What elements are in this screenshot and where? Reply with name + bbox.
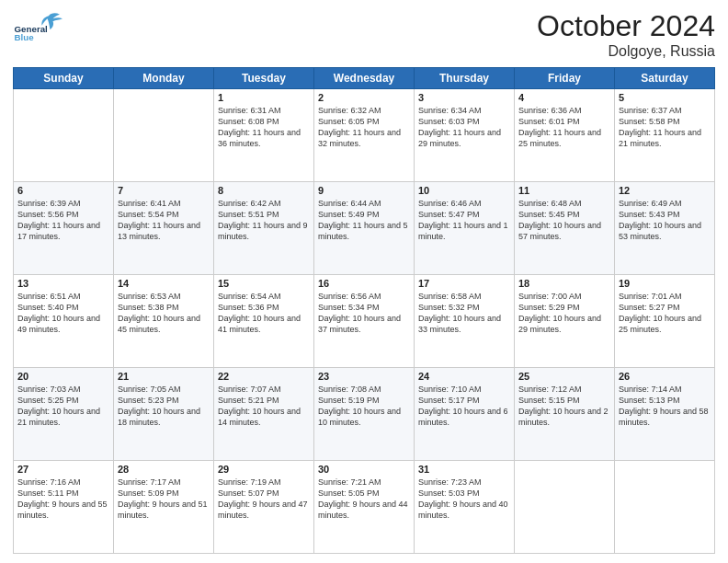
cell-info: Sunrise: 6:42 AMSunset: 5:51 PMDaylight:… [218,198,310,243]
day-number: 15 [218,278,310,289]
calendar-cell: 16Sunrise: 6:56 AMSunset: 5:34 PMDayligh… [314,275,415,368]
cell-info: Sunrise: 7:05 AMSunset: 5:23 PMDaylight:… [118,384,210,429]
day-number: 6 [17,185,109,196]
day-number: 4 [518,92,610,103]
day-number: 19 [619,278,711,289]
calendar-cell: 30Sunrise: 7:21 AMSunset: 5:05 PMDayligh… [314,461,415,554]
cell-info: Sunrise: 6:34 AMSunset: 6:03 PMDaylight:… [418,105,510,150]
cell-info: Sunrise: 7:10 AMSunset: 5:17 PMDaylight:… [418,384,510,429]
cell-info: Sunrise: 7:08 AMSunset: 5:19 PMDaylight:… [318,384,410,429]
day-number: 23 [318,371,410,382]
svg-text:Blue: Blue [15,32,35,42]
day-number: 10 [418,185,510,196]
calendar-cell [14,89,114,182]
cell-info: Sunrise: 7:07 AMSunset: 5:21 PMDaylight:… [218,384,310,429]
cell-info: Sunrise: 6:31 AMSunset: 6:08 PMDaylight:… [218,105,310,150]
day-number: 30 [318,464,410,475]
cell-info: Sunrise: 6:48 AMSunset: 5:45 PMDaylight:… [518,198,610,243]
cell-info: Sunrise: 6:49 AMSunset: 5:43 PMDaylight:… [619,198,711,243]
calendar-cell: 23Sunrise: 7:08 AMSunset: 5:19 PMDayligh… [314,368,415,461]
calendar-cell: 12Sunrise: 6:49 AMSunset: 5:43 PMDayligh… [615,182,715,275]
calendar-cell: 10Sunrise: 6:46 AMSunset: 5:47 PMDayligh… [415,182,515,275]
calendar-cell: 2Sunrise: 6:32 AMSunset: 6:05 PMDaylight… [314,89,415,182]
calendar-cell: 15Sunrise: 6:54 AMSunset: 5:36 PMDayligh… [214,275,314,368]
day-header-wednesday: Wednesday [314,68,415,89]
day-number: 8 [218,185,310,196]
cell-info: Sunrise: 6:56 AMSunset: 5:34 PMDaylight:… [318,291,410,336]
calendar-cell [114,89,214,182]
cell-info: Sunrise: 7:01 AMSunset: 5:27 PMDaylight:… [619,291,711,336]
day-number: 12 [619,185,711,196]
day-number: 13 [17,278,109,289]
calendar-cell: 1Sunrise: 6:31 AMSunset: 6:08 PMDaylight… [214,89,314,182]
cell-info: Sunrise: 6:32 AMSunset: 6:05 PMDaylight:… [318,105,410,150]
day-number: 25 [518,371,610,382]
day-header-monday: Monday [114,68,214,89]
cell-info: Sunrise: 6:53 AMSunset: 5:38 PMDaylight:… [118,291,210,336]
calendar-cell: 4Sunrise: 6:36 AMSunset: 6:01 PMDaylight… [515,89,615,182]
cell-info: Sunrise: 6:44 AMSunset: 5:49 PMDaylight:… [318,198,410,243]
day-number: 9 [318,185,410,196]
day-number: 20 [17,371,109,382]
day-number: 5 [619,92,711,103]
calendar-cell: 25Sunrise: 7:12 AMSunset: 5:15 PMDayligh… [515,368,615,461]
day-number: 24 [418,371,510,382]
cell-info: Sunrise: 7:23 AMSunset: 5:03 PMDaylight:… [418,477,510,522]
cell-info: Sunrise: 6:39 AMSunset: 5:56 PMDaylight:… [17,198,109,243]
day-number: 26 [619,371,711,382]
location: Dolgoye, Russia [537,43,715,60]
day-number: 14 [118,278,210,289]
day-number: 3 [418,92,510,103]
day-number: 7 [118,185,210,196]
day-header-friday: Friday [515,68,615,89]
cell-info: Sunrise: 6:58 AMSunset: 5:32 PMDaylight:… [418,291,510,336]
calendar-cell: 13Sunrise: 6:51 AMSunset: 5:40 PMDayligh… [14,275,114,368]
cell-info: Sunrise: 6:51 AMSunset: 5:40 PMDaylight:… [17,291,109,336]
calendar-cell: 24Sunrise: 7:10 AMSunset: 5:17 PMDayligh… [415,368,515,461]
calendar-cell: 7Sunrise: 6:41 AMSunset: 5:54 PMDaylight… [114,182,214,275]
calendar-cell: 6Sunrise: 6:39 AMSunset: 5:56 PMDaylight… [14,182,114,275]
day-header-sunday: Sunday [14,68,114,89]
logo: General Blue [13,9,68,42]
cell-info: Sunrise: 6:41 AMSunset: 5:54 PMDaylight:… [118,198,210,243]
calendar-cell: 26Sunrise: 7:14 AMSunset: 5:13 PMDayligh… [615,368,715,461]
cell-info: Sunrise: 6:37 AMSunset: 5:58 PMDaylight:… [619,105,711,150]
calendar-cell: 28Sunrise: 7:17 AMSunset: 5:09 PMDayligh… [114,461,214,554]
day-number: 2 [318,92,410,103]
calendar-cell: 20Sunrise: 7:03 AMSunset: 5:25 PMDayligh… [14,368,114,461]
day-number: 28 [118,464,210,475]
cell-info: Sunrise: 7:16 AMSunset: 5:11 PMDaylight:… [17,477,109,522]
calendar-cell: 5Sunrise: 6:37 AMSunset: 5:58 PMDaylight… [615,89,715,182]
calendar-cell: 17Sunrise: 6:58 AMSunset: 5:32 PMDayligh… [415,275,515,368]
cell-info: Sunrise: 7:21 AMSunset: 5:05 PMDaylight:… [318,477,410,522]
cell-info: Sunrise: 7:19 AMSunset: 5:07 PMDaylight:… [218,477,310,522]
day-number: 27 [17,464,109,475]
calendar-cell: 27Sunrise: 7:16 AMSunset: 5:11 PMDayligh… [14,461,114,554]
day-number: 31 [418,464,510,475]
cell-info: Sunrise: 7:12 AMSunset: 5:15 PMDaylight:… [518,384,610,429]
calendar-cell: 8Sunrise: 6:42 AMSunset: 5:51 PMDaylight… [214,182,314,275]
cell-info: Sunrise: 7:17 AMSunset: 5:09 PMDaylight:… [118,477,210,522]
cell-info: Sunrise: 6:54 AMSunset: 5:36 PMDaylight:… [218,291,310,336]
day-number: 18 [518,278,610,289]
calendar-cell: 19Sunrise: 7:01 AMSunset: 5:27 PMDayligh… [615,275,715,368]
day-header-tuesday: Tuesday [214,68,314,89]
day-number: 21 [118,371,210,382]
logo-image: General Blue [13,9,68,42]
day-header-saturday: Saturday [615,68,715,89]
cell-info: Sunrise: 6:46 AMSunset: 5:47 PMDaylight:… [418,198,510,243]
day-number: 16 [318,278,410,289]
page: General Blue October 2024 Dolgoye, Russi… [0,0,728,563]
calendar-table: SundayMondayTuesdayWednesdayThursdayFrid… [13,67,715,554]
day-number: 17 [418,278,510,289]
day-number: 22 [218,371,310,382]
calendar-cell: 11Sunrise: 6:48 AMSunset: 5:45 PMDayligh… [515,182,615,275]
calendar-cell: 31Sunrise: 7:23 AMSunset: 5:03 PMDayligh… [415,461,515,554]
cell-info: Sunrise: 6:36 AMSunset: 6:01 PMDaylight:… [518,105,610,150]
cell-info: Sunrise: 7:03 AMSunset: 5:25 PMDaylight:… [17,384,109,429]
cell-info: Sunrise: 7:14 AMSunset: 5:13 PMDaylight:… [619,384,711,429]
calendar-cell [615,461,715,554]
calendar-cell: 3Sunrise: 6:34 AMSunset: 6:03 PMDaylight… [415,89,515,182]
day-number: 1 [218,92,310,103]
header: General Blue October 2024 Dolgoye, Russi… [13,9,715,60]
